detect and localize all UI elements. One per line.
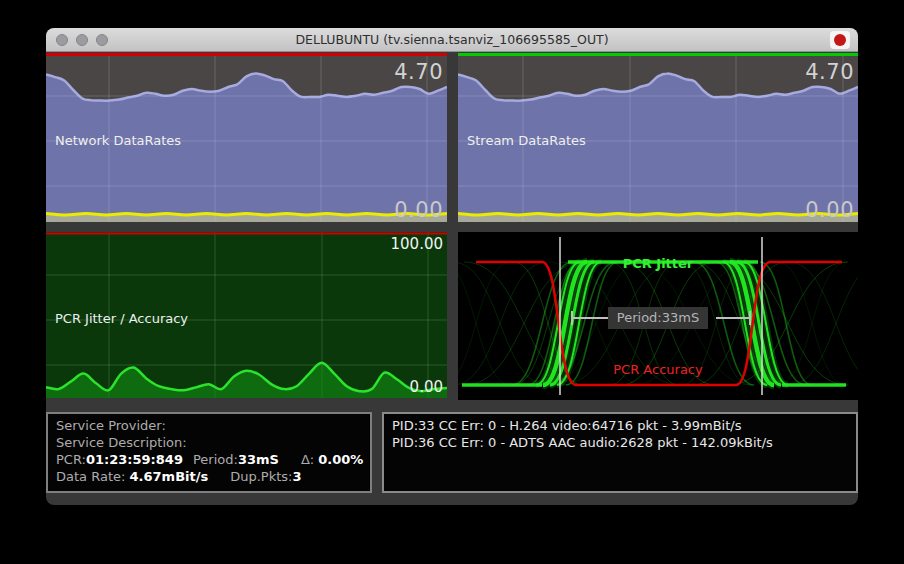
dup-pkts-label: Dup.Pkts:	[230, 469, 292, 484]
service-provider-label: Service Provider:	[56, 418, 166, 433]
network-ymax-label: 4.70	[394, 60, 443, 84]
pcr-eye-diagram: PCR Jitter Period:33mS PCR Accuracy	[458, 232, 858, 400]
stream-ymax-label: 4.70	[805, 60, 854, 84]
network-datarates-chart: Network DataRates 4.70 0.00	[46, 53, 447, 222]
app-window: DELLUBUNTU (tv.sienna.tsanviz_106695585_…	[46, 28, 858, 505]
pcr-ymax-label: 100.00	[391, 235, 444, 253]
record-icon	[834, 34, 846, 46]
pcr-jitter-label: PCR Jitter	[578, 256, 738, 271]
record-indicator[interactable]	[830, 31, 850, 49]
pid-video-line: PID:33 CC Err: 0 - H.264 video:64716 pkt…	[392, 417, 848, 434]
pcr-value: 01:23:59:849	[86, 452, 183, 467]
delta-value: 0.00%	[318, 452, 363, 467]
title-bar[interactable]: DELLUBUNTU (tv.sienna.tsanviz_106695585_…	[46, 28, 858, 52]
stream-datarates-title: Stream DataRates	[467, 133, 586, 148]
screen: DELLUBUNTU (tv.sienna.tsanviz_106695585_…	[0, 0, 904, 564]
pid-status-panel: PID:33 CC Err: 0 - H.264 video:64716 pkt…	[382, 412, 858, 493]
network-ymin-label: 0.00	[394, 198, 443, 222]
data-rate-row: Data Rate: 4.67mBit/sDup.Pkts:3	[56, 468, 362, 485]
stream-ymin-label: 0.00	[805, 198, 854, 222]
network-datarates-title: Network DataRates	[55, 133, 181, 148]
service-description-row: Service Description:	[56, 434, 362, 451]
stream-datarates-chart: Stream DataRates 4.70 0.00	[458, 53, 858, 222]
pcr-jitter-accuracy-chart: PCR Jitter / Accuracy 100.00 0.00	[46, 232, 447, 398]
period-label: Period:	[193, 452, 238, 467]
data-rate-value: 4.67mBit/s	[130, 469, 209, 484]
pcr-row: PCR:01:23:59:849Period:33mSΔ: 0.00%	[56, 451, 362, 468]
service-status-panel: Service Provider: Service Description: P…	[46, 412, 372, 493]
data-rate-label: Data Rate:	[56, 469, 125, 484]
pcr-jitter-accuracy-title: PCR Jitter / Accuracy	[55, 311, 188, 326]
pcr-period-badge: Period:33mS	[608, 307, 708, 329]
period-value: 33mS	[238, 452, 279, 467]
dup-pkts-value: 3	[292, 469, 301, 484]
pcr-label: PCR:	[56, 452, 86, 467]
pcr-accuracy-label: PCR Accuracy	[578, 362, 738, 377]
delta-label: Δ:	[301, 452, 314, 467]
service-description-label: Service Description:	[56, 435, 187, 450]
service-provider-row: Service Provider:	[56, 417, 362, 434]
pid-audio-line: PID:36 CC Err: 0 - ADTS AAC audio:2628 p…	[392, 434, 848, 451]
pcr-ymin-label: 0.00	[410, 378, 443, 396]
window-title: DELLUBUNTU (tv.sienna.tsanviz_106695585_…	[46, 32, 858, 47]
